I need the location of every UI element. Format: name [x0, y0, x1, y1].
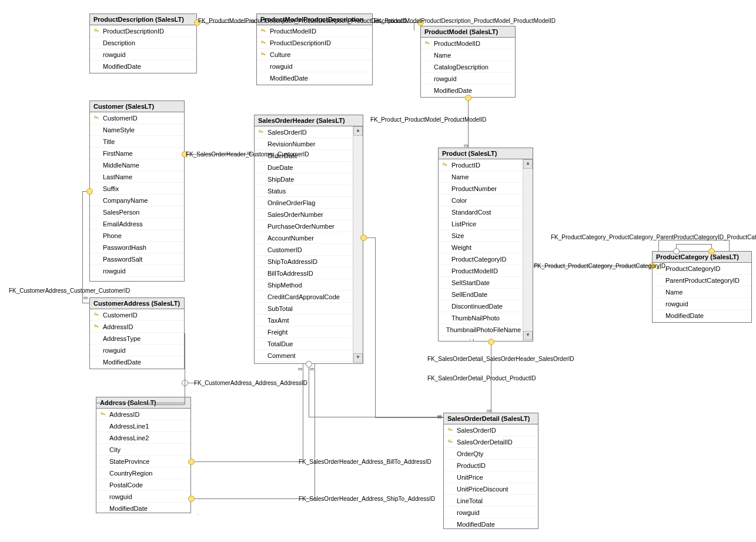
column-row[interactable]: Phone — [90, 230, 184, 242]
table-Customer[interactable]: Customer (SalesLT)CustomerIDNameStyleTit… — [89, 101, 185, 282]
column-row[interactable]: ShipMethod — [255, 279, 353, 291]
table-Product[interactable]: Product (SalesLT)ProductIDNameProductNum… — [438, 148, 533, 342]
column-row[interactable]: ShipToAddressID — [255, 256, 353, 267]
table-ProductModelProductDescription[interactable]: ProductModelProductDescriptionProductMod… — [256, 14, 373, 85]
column-row[interactable]: rowguid — [421, 73, 515, 85]
column-row[interactable]: ModifiedDate — [90, 356, 184, 367]
column-row[interactable]: CustomerID — [90, 309, 184, 321]
column-row[interactable]: AccountNumber — [255, 232, 353, 244]
column-row[interactable]: TotalDue — [255, 338, 353, 350]
scrollbar[interactable]: ▲▼ — [353, 126, 363, 363]
column-row[interactable]: ProductCategoryID — [439, 253, 523, 265]
column-row[interactable]: ShipDate — [255, 173, 353, 185]
column-row[interactable]: ModifiedDate — [444, 518, 538, 528]
column-row[interactable]: CreditCardApprovalCode — [255, 291, 353, 303]
column-row[interactable]: Name — [653, 286, 751, 298]
table-header[interactable]: Product (SalesLT) — [439, 148, 533, 159]
column-row[interactable]: AddressID — [96, 409, 190, 420]
column-row[interactable]: Description — [90, 37, 196, 49]
column-row[interactable]: rowguid — [257, 61, 372, 72]
table-ProductDescription[interactable]: ProductDescription (SalesLT)ProductDescr… — [89, 14, 197, 73]
table-Address[interactable]: Address (SalesLT)AddressIDAddressLine1Ad… — [96, 397, 191, 513]
column-row[interactable]: PasswordSalt — [90, 253, 184, 265]
column-row[interactable]: CustomerID — [255, 244, 353, 256]
column-row[interactable]: DueDate — [255, 162, 353, 173]
column-row[interactable]: SalesOrderNumber — [255, 209, 353, 220]
column-row[interactable]: SalesOrderID — [444, 424, 538, 436]
column-row[interactable]: ProductDescriptionID — [257, 37, 372, 49]
column-row[interactable]: Freight — [255, 326, 353, 338]
column-row[interactable]: TaxAmt — [255, 315, 353, 326]
column-row[interactable]: Comment — [255, 350, 353, 362]
column-row[interactable]: LineTotal — [444, 495, 538, 507]
column-row[interactable]: UnitPrice — [444, 471, 538, 483]
column-row[interactable]: rowguid — [96, 491, 190, 503]
column-row[interactable]: ThumbnailPhotoFileName — [439, 324, 523, 336]
column-row[interactable]: BillToAddressID — [255, 267, 353, 279]
column-row[interactable]: Weight — [439, 242, 523, 253]
table-header[interactable]: ProductDescription (SalesLT) — [90, 14, 196, 25]
scroll-down-button[interactable]: ▼ — [353, 353, 363, 363]
column-row[interactable]: ProductModelID — [257, 25, 372, 37]
column-row[interactable]: ModifiedDate — [257, 72, 372, 83]
column-row[interactable]: ModifiedDate — [90, 61, 196, 72]
column-row[interactable]: rowguid — [90, 265, 184, 277]
column-row[interactable]: EmailAddress — [90, 218, 184, 230]
column-row[interactable]: CatalogDescription — [421, 61, 515, 73]
column-row[interactable]: UnitPriceDiscount — [444, 483, 538, 495]
column-row[interactable]: PasswordHash — [90, 242, 184, 253]
column-row[interactable]: City — [96, 444, 190, 456]
table-header[interactable]: SalesOrderHeader (SalesLT) — [255, 115, 363, 126]
column-row[interactable]: ModifiedDate — [90, 277, 184, 280]
column-row[interactable]: MiddleName — [90, 159, 184, 171]
column-row[interactable]: ProductModelID — [421, 38, 515, 49]
column-row[interactable]: rowguid — [90, 49, 196, 61]
column-row[interactable]: FirstName — [90, 148, 184, 159]
column-row[interactable]: AddressType — [90, 333, 184, 344]
table-header[interactable]: ProductCategory (SalesLT) — [653, 252, 751, 263]
column-row[interactable]: ProductID — [444, 460, 538, 471]
scroll-up-button[interactable]: ▲ — [353, 126, 363, 136]
column-row[interactable]: OrderQty — [444, 448, 538, 460]
column-row[interactable]: CompanyName — [90, 195, 184, 206]
column-row[interactable]: ModifiedDate — [96, 503, 190, 512]
column-row[interactable]: DiscontinuedDate — [439, 300, 523, 312]
column-row[interactable]: Name — [421, 49, 515, 61]
column-row[interactable]: SellStartDate — [439, 277, 523, 289]
column-row[interactable]: CountryRegion — [96, 467, 190, 479]
column-row[interactable]: Name — [439, 171, 523, 183]
column-row[interactable]: ProductDescriptionID — [90, 25, 196, 37]
column-row[interactable]: SubTotal — [255, 303, 353, 315]
column-row[interactable]: ProductModelID — [439, 265, 523, 277]
column-row[interactable]: Title — [90, 136, 184, 148]
column-row[interactable]: NameStyle — [90, 124, 184, 136]
scroll-down-button[interactable]: ▼ — [523, 331, 533, 340]
column-row[interactable]: CustomerID — [90, 112, 184, 124]
column-row[interactable]: ProductID — [439, 159, 523, 171]
column-row[interactable]: ParentProductCategoryID — [653, 275, 751, 286]
column-row[interactable]: StateProvince — [96, 456, 190, 467]
column-row[interactable]: ThumbNailPhoto — [439, 312, 523, 324]
column-row[interactable]: StandardCost — [439, 206, 523, 218]
table-SalesOrderDetail[interactable]: SalesOrderDetail (SalesLT)SalesOrderIDSa… — [443, 413, 538, 529]
column-row[interactable]: rowguid — [653, 298, 751, 310]
column-row[interactable]: ProductNumber — [439, 183, 523, 195]
column-row[interactable]: Size — [439, 230, 523, 242]
column-row[interactable]: ListPrice — [439, 218, 523, 230]
scrollbar[interactable]: ▲▼ — [523, 159, 533, 340]
column-row[interactable]: Color — [439, 195, 523, 206]
column-row[interactable]: PurchaseOrderNumber — [255, 220, 353, 232]
table-header[interactable]: ProductModel (SalesLT) — [421, 26, 515, 38]
column-row[interactable]: PostalCode — [96, 479, 190, 491]
column-row[interactable]: SalesOrderDetailID — [444, 436, 538, 448]
column-row[interactable]: rowguid — [444, 507, 538, 518]
column-row[interactable]: rowguid — [90, 344, 184, 356]
column-row[interactable]: rowguid — [255, 362, 353, 363]
column-row[interactable]: RevisionNumber — [255, 138, 353, 150]
column-row[interactable]: rowguid — [439, 336, 523, 340]
column-row[interactable]: AddressLine2 — [96, 432, 190, 444]
column-row[interactable]: SellEndDate — [439, 289, 523, 300]
column-row[interactable]: SalesOrderID — [255, 126, 353, 138]
table-header[interactable]: Customer (SalesLT) — [90, 101, 184, 112]
column-row[interactable]: ModifiedDate — [653, 310, 751, 321]
